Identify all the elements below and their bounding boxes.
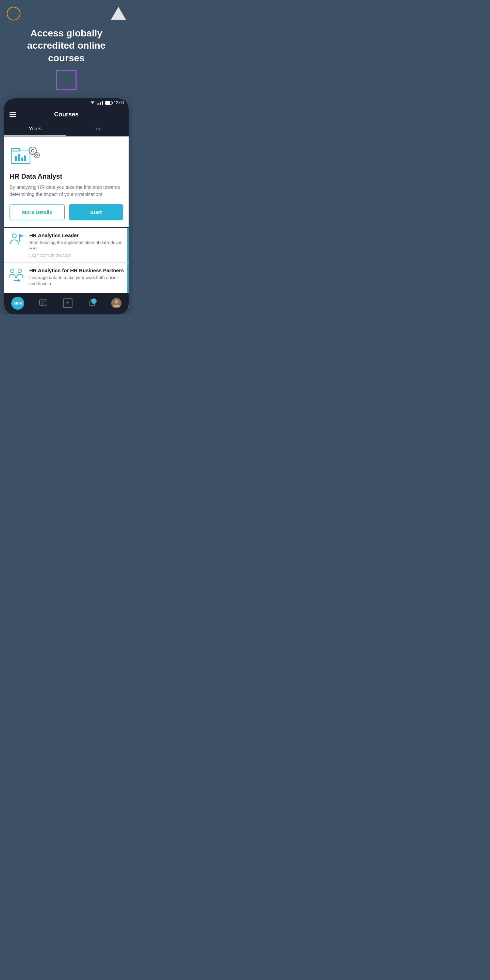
- svg-point-8: [34, 153, 40, 158]
- svg-rect-5: [24, 156, 26, 161]
- bottom-nav: AIHR +: [4, 293, 129, 314]
- purple-square-decoration: [56, 70, 76, 90]
- status-bar: 12:00: [4, 98, 129, 107]
- page-header: [0, 0, 133, 21]
- nav-item-notifications[interactable]: 1: [87, 298, 97, 308]
- tabs-bar: Yours Top: [4, 121, 129, 137]
- course-content: HR Data Analyst By analyzing HR data you…: [4, 137, 129, 220]
- svg-marker-12: [19, 234, 24, 237]
- svg-marker-16: [18, 279, 21, 282]
- hamburger-line-3: [10, 116, 16, 117]
- list-item[interactable]: HR Analytics for HR Business Partners Le…: [4, 263, 129, 293]
- hero-title: Access globally accredited online course…: [0, 21, 133, 70]
- course-list: HR Analytics Leader Start heading the im…: [4, 227, 129, 293]
- circle-icon: [7, 7, 21, 21]
- course-list-icon-1: [8, 232, 25, 251]
- svg-point-14: [18, 269, 21, 272]
- hamburger-menu-icon[interactable]: [10, 112, 16, 117]
- status-time: 12:00: [114, 100, 124, 105]
- app-header-wrapper: Courses Yours Top: [4, 107, 129, 137]
- course-buttons: More Details Start: [10, 204, 123, 220]
- hamburger-line-1: [10, 112, 16, 113]
- list-item[interactable]: HR Analytics Leader Start heading the im…: [4, 228, 129, 262]
- app-header: Courses: [4, 107, 129, 121]
- list-item-title-2: HR Analytics for HR Business Partners: [29, 267, 125, 273]
- svg-point-9: [36, 154, 38, 156]
- list-item-content-2: HR Analytics for HR Business Partners Le…: [29, 267, 125, 288]
- status-icons: 12:00: [90, 100, 124, 105]
- notification-badge: 1: [91, 298, 97, 304]
- profile-avatar: [111, 298, 121, 308]
- add-icon: +: [63, 298, 73, 308]
- page-background: Access globally accredited online course…: [0, 0, 133, 314]
- svg-point-21: [115, 300, 118, 304]
- tab-top[interactable]: Top: [66, 121, 129, 136]
- nav-item-chat[interactable]: [39, 298, 48, 308]
- list-item-content-1: HR Analytics Leader Start heading the im…: [29, 232, 125, 257]
- featured-course-title: HR Data Analyst: [10, 172, 123, 180]
- svg-point-10: [12, 234, 16, 238]
- nav-item-profile[interactable]: [111, 298, 121, 308]
- featured-course-description: By analyzing HR data you take the first …: [10, 184, 123, 198]
- svg-point-13: [11, 269, 14, 272]
- hamburger-line-2: [10, 114, 16, 115]
- app-title: Courses: [54, 111, 79, 118]
- svg-rect-2: [14, 156, 17, 161]
- chat-icon: [39, 298, 48, 308]
- svg-rect-3: [18, 154, 20, 161]
- featured-course-icon: [10, 143, 40, 167]
- list-item-title-1: HR Analytics Leader: [29, 232, 125, 238]
- start-button[interactable]: Start: [69, 204, 123, 220]
- list-item-desc-1: Start heading the implementation of data…: [29, 240, 125, 252]
- list-item-meta-1: LAST ACTIVE 2H AGO: [29, 253, 125, 258]
- svg-rect-17: [40, 300, 47, 305]
- course-list-icon-2: [8, 267, 25, 286]
- signal-icon: [97, 101, 103, 105]
- home-icon: AIHR: [11, 297, 24, 310]
- list-item-desc-2: Leverage data to make your work both eas…: [29, 275, 125, 287]
- svg-rect-0: [11, 150, 30, 164]
- nav-item-home[interactable]: AIHR: [11, 297, 24, 310]
- wifi-icon: [90, 101, 95, 105]
- more-details-button[interactable]: More Details: [10, 204, 65, 220]
- phone-mockup: 12:00 Courses Yours Top: [4, 98, 129, 314]
- battery-icon: [105, 101, 112, 105]
- svg-rect-4: [21, 158, 23, 161]
- nav-item-add[interactable]: +: [63, 298, 73, 308]
- triangle-icon: [111, 7, 126, 20]
- svg-point-7: [31, 150, 34, 152]
- tab-yours[interactable]: Yours: [4, 121, 66, 136]
